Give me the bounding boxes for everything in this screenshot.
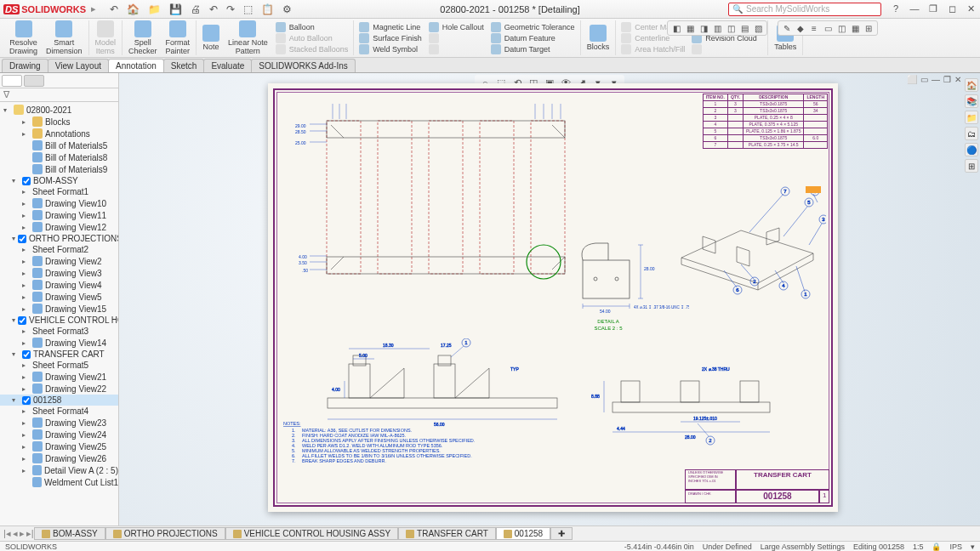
cmdtab-annotation[interactable]: Annotation bbox=[108, 59, 164, 72]
sheet-tab-ortho-projections[interactable]: ORTHO PROJECTIONS bbox=[105, 527, 225, 540]
tree-item[interactable]: ▸Drawing View14 bbox=[0, 337, 118, 349]
viewport-tile-icon[interactable]: ▭ bbox=[920, 75, 928, 84]
tree-item[interactable]: ▸Detail View A (2 : 5) bbox=[0, 464, 118, 476]
tree-item[interactable]: ▸Drawing View12 bbox=[0, 221, 118, 233]
qat-button[interactable]: 🖨 bbox=[191, 3, 201, 15]
task-pane[interactable]: 🏠 📚 📁 🗂 🔵 ⊞ bbox=[965, 78, 978, 173]
qat-button[interactable]: 📋 bbox=[261, 3, 274, 15]
tree-item[interactable]: Bill of Materials8 bbox=[0, 151, 118, 163]
ribbon-blocks[interactable]: Blocks bbox=[584, 25, 612, 52]
ribbon-magnetic-line[interactable]: Magnetic Line bbox=[357, 22, 424, 32]
qat-button[interactable]: ↶ bbox=[209, 3, 218, 15]
tree-item[interactable]: ▸Drawing View23 bbox=[0, 417, 118, 429]
status-scale[interactable]: 1:5 bbox=[913, 542, 924, 551]
ribbon-spell[interactable]: SpellChecker bbox=[126, 20, 160, 56]
tree-item[interactable]: ▸Drawing View15 bbox=[0, 303, 118, 315]
property-tab-icon[interactable] bbox=[24, 75, 44, 87]
tab-nav-last-icon[interactable]: ▸| bbox=[26, 528, 34, 539]
tree-item[interactable]: ▸Drawing View10 bbox=[0, 197, 118, 209]
qat-button[interactable]: 📁 bbox=[148, 3, 161, 15]
tree-item[interactable]: Bill of Materials9 bbox=[0, 163, 118, 175]
ribbon-geometric-tolerance[interactable]: Geometric Tolerance bbox=[489, 22, 577, 32]
qat-button[interactable]: 🏠 bbox=[127, 3, 140, 15]
design-lib-icon[interactable]: 📁 bbox=[965, 111, 978, 124]
tree-item[interactable]: ▸Sheet Format5 bbox=[0, 360, 118, 371]
tree-item[interactable]: ▸Sheet Format4 bbox=[0, 406, 118, 417]
heads-up-toolbar-2[interactable]: ✎◆≡▭◫▦⊞ bbox=[778, 20, 878, 36]
restore-icon[interactable]: ❐ bbox=[927, 3, 939, 14]
qat-button[interactable]: ↷ bbox=[226, 3, 235, 15]
status-more-icon[interactable]: ▾ bbox=[971, 542, 975, 551]
detail-view-a[interactable]: 54.00 28.00 4X ⌀.31 ↧ .37 3/8-16 UNC ↧ .… bbox=[574, 236, 689, 338]
tree-item[interactable]: ▸Drawing View5 bbox=[0, 291, 118, 303]
ribbon-weld-symbol[interactable]: Weld Symbol bbox=[357, 44, 424, 54]
heads-up-toolbar-1[interactable]: ◧▦◨▥◫▤▧ bbox=[667, 20, 767, 36]
ribbon-resolve[interactable]: ResolveDrawing bbox=[7, 20, 40, 56]
tree-item[interactable]: ▸Drawing View22 bbox=[0, 383, 118, 395]
tree-item[interactable]: ▾TRANSFER CART bbox=[0, 349, 118, 360]
tree-item[interactable]: ▸Annotations bbox=[0, 128, 118, 139]
tree-item[interactable]: ▸Sheet Format2 bbox=[0, 244, 118, 255]
tree-item[interactable]: ▸Drawing View4 bbox=[0, 279, 118, 291]
qat-button[interactable]: ↶ bbox=[110, 3, 118, 15]
sheet-tab-001258[interactable]: 001258 bbox=[496, 527, 550, 540]
ribbon-smart[interactable]: SmartDimension bbox=[43, 20, 85, 56]
ribbon-balloon[interactable]: Balloon bbox=[274, 22, 350, 32]
tree-item[interactable]: Weldment Cut List1 bbox=[0, 476, 118, 488]
bom-table[interactable]: ITEM NO.QTY.DESCRIPTIONLENGTH13TS3x3x0.1… bbox=[703, 94, 828, 149]
plan-view[interactable]: 29.00 28.50 25.00 4.00 3.50 .50 bbox=[280, 95, 569, 282]
file-explorer-icon[interactable]: 🗂 bbox=[965, 127, 978, 140]
tree-item[interactable]: ▸Drawing View11 bbox=[0, 209, 118, 221]
right-view[interactable]: 8.88 28.00 4.44 19.125±.010 2X ⌀.38 THRU… bbox=[591, 355, 804, 457]
tree-item[interactable]: ▾VEHICLE CONTROL HOUSING ASS bbox=[0, 315, 118, 326]
tree-filter[interactable]: ∇ bbox=[0, 88, 118, 102]
ribbon-surface-finish[interactable]: Surface Finish bbox=[357, 33, 424, 43]
drawing-sheet[interactable]: ITEM NO.QTY.DESCRIPTIONLENGTH13TS3x3x0.1… bbox=[268, 83, 838, 512]
ribbon-datum-feature[interactable]: Datum Feature bbox=[489, 33, 577, 43]
sheet-tab-transfer-cart[interactable]: TRANSFER CART bbox=[398, 527, 496, 540]
help-icon[interactable]: ? bbox=[890, 3, 902, 14]
tree-item[interactable]: ▸Drawing View3 bbox=[0, 267, 118, 279]
maximize-icon[interactable]: ◻ bbox=[946, 3, 958, 14]
ribbon-format[interactable]: FormatPainter bbox=[163, 20, 193, 56]
cmdtab-evaluate[interactable]: Evaluate bbox=[203, 59, 252, 72]
tree-item[interactable]: Bill of Materials5 bbox=[0, 139, 118, 151]
tree-item[interactable]: ▸Blocks bbox=[0, 116, 118, 128]
panel-tabs[interactable] bbox=[0, 73, 118, 88]
ribbon-note[interactable]: Note bbox=[200, 25, 222, 52]
viewport-min-icon[interactable]: — bbox=[932, 75, 940, 84]
tree-item[interactable]: ▸Drawing View21 bbox=[0, 371, 118, 383]
close-icon[interactable]: ✕ bbox=[965, 3, 977, 14]
cmdtab-solidworks-add-ins[interactable]: SOLIDWORKS Add-Ins bbox=[251, 59, 355, 72]
cmdtab-sketch[interactable]: Sketch bbox=[163, 59, 205, 72]
search-box[interactable]: 🔍 Search MySolidWorks bbox=[728, 3, 881, 16]
ribbon-datum-target[interactable]: Datum Target bbox=[489, 44, 577, 54]
tree-item[interactable]: ▸Drawing View25 bbox=[0, 440, 118, 452]
ribbon-hole-callout[interactable]: Hole Callout bbox=[427, 22, 486, 32]
tree-item[interactable]: ▸Drawing View2 bbox=[0, 255, 118, 267]
tree-item[interactable]: ▾001258 bbox=[0, 395, 118, 406]
resources-icon[interactable]: 📚 bbox=[965, 94, 978, 108]
status-lock-icon[interactable]: 🔒 bbox=[932, 542, 941, 551]
tab-nav-next-icon[interactable]: ▸ bbox=[20, 528, 25, 539]
qat-button[interactable]: ⬚ bbox=[243, 3, 253, 15]
ribbon-linear-note[interactable]: Linear NotePattern bbox=[225, 20, 271, 56]
viewport-close-icon[interactable]: ✕ bbox=[954, 75, 961, 84]
sheet-tab-bom-assy[interactable]: BOM-ASSY bbox=[34, 527, 105, 540]
tree-item[interactable]: ▸Sheet Format3 bbox=[0, 326, 118, 337]
tree-item[interactable]: ▸Drawing View24 bbox=[0, 429, 118, 440]
tab-nav-first-icon[interactable]: |◂ bbox=[3, 528, 11, 539]
appearances-icon[interactable]: 🔵 bbox=[965, 143, 978, 156]
sheet-tab-vehicle-control-housing-assy[interactable]: VEHICLE CONTROL HOUSING ASSY bbox=[225, 527, 398, 540]
props-icon[interactable]: ⊞ bbox=[965, 159, 978, 173]
status-units[interactable]: IPS bbox=[949, 542, 962, 551]
home-icon[interactable]: 🏠 bbox=[965, 78, 978, 92]
add-sheet-button[interactable]: ✚ bbox=[550, 527, 573, 540]
tree-item[interactable]: ▾BOM-ASSY bbox=[0, 175, 118, 186]
tree-item[interactable]: ▾ORTHO PROJECTIONS bbox=[0, 233, 118, 244]
feature-tree[interactable]: ▾02800-2021▸Blocks▸AnnotationsBill of Ma… bbox=[0, 102, 118, 525]
qat-button[interactable]: 💾 bbox=[169, 3, 182, 15]
tree-item[interactable]: ▸Sheet Format1 bbox=[0, 186, 118, 197]
graphics-area[interactable]: ⌕ ⬚ ⟲ ◫ ▣ 👁 ⬈ ▾ ▾ 🏠 📚 📁 🗂 🔵 ⊞ ⬜ ▭ — ❐ ✕ bbox=[119, 73, 980, 525]
tree-item[interactable]: ▸Drawing View26 bbox=[0, 452, 118, 464]
